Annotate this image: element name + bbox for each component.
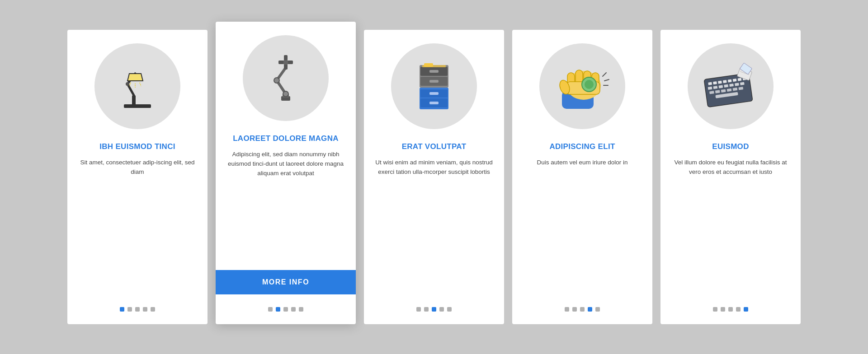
svg-line-43 — [604, 79, 609, 81]
svg-rect-46 — [708, 82, 712, 85]
svg-rect-58 — [729, 84, 734, 87]
svg-rect-31 — [422, 65, 446, 67]
dot-3-4 — [439, 307, 444, 312]
card-4: ADIPISCING ELIT Duis autem vel eum iriur… — [512, 30, 652, 324]
svg-rect-27 — [429, 92, 439, 95]
card-3-desc: Ut wisi enim ad minim veniam, quis nostr… — [375, 158, 493, 177]
card-5-icon-circle — [688, 43, 774, 129]
card-5-dots — [713, 307, 748, 312]
card-1-desc: Sit amet, consectetuer adip-iscing elit,… — [78, 158, 197, 177]
svg-rect-57 — [724, 84, 728, 88]
svg-rect-54 — [708, 87, 712, 90]
svg-line-8 — [140, 83, 141, 86]
svg-line-2 — [127, 84, 134, 95]
svg-rect-19 — [283, 60, 288, 65]
svg-rect-56 — [718, 85, 723, 88]
svg-rect-49 — [723, 80, 727, 83]
card-1-dots — [120, 307, 155, 312]
dot-4-1 — [565, 307, 569, 312]
dot-5-2 — [721, 307, 725, 312]
svg-rect-51 — [733, 79, 737, 82]
dot-3-1 — [416, 307, 421, 312]
dot-3-5 — [447, 307, 452, 312]
cards-container: IBH EUISMOD TINCI Sit amet, consectetuer… — [40, 12, 828, 342]
card-3-title: ERAT VOLUTPAT — [402, 142, 467, 152]
card-5-title: EUISMOD — [712, 142, 749, 152]
keyboard-icon — [701, 61, 760, 111]
dot-5-5 — [744, 307, 748, 312]
svg-point-41 — [585, 80, 594, 89]
svg-rect-55 — [713, 86, 718, 89]
dot-5-3 — [728, 307, 733, 312]
svg-rect-15 — [284, 55, 288, 61]
svg-rect-60 — [740, 82, 745, 85]
monitor-arm-icon — [256, 49, 315, 107]
dot-4-5 — [595, 307, 600, 312]
desk-lamp-icon — [110, 59, 165, 113]
dot-3-3 — [432, 307, 436, 312]
card-2: LAOREET DOLORE MAGNA Adipiscing elit, se… — [216, 22, 356, 324]
svg-marker-5 — [127, 74, 143, 81]
card-2-title: LAOREET DOLORE MAGNA — [233, 134, 339, 144]
dot-2-2 — [276, 307, 280, 312]
dot-2-5 — [299, 307, 303, 312]
card-4-desc: Duis autem vel eum iriure dolor in — [537, 158, 627, 168]
svg-point-13 — [274, 78, 279, 83]
card-3-icon-circle — [391, 43, 477, 129]
svg-rect-17 — [278, 61, 284, 64]
file-cabinet-icon — [407, 57, 461, 116]
svg-rect-24 — [429, 80, 439, 83]
svg-rect-22 — [429, 70, 439, 73]
dot-4-3 — [580, 307, 585, 312]
svg-rect-18 — [288, 61, 293, 64]
dot-2-1 — [268, 307, 273, 312]
svg-point-4 — [126, 82, 129, 86]
dot-4-2 — [572, 307, 577, 312]
dot-3-2 — [424, 307, 429, 312]
svg-rect-16 — [284, 64, 288, 70]
card-2-dots — [268, 307, 303, 312]
dot-1-2 — [127, 307, 132, 312]
card-1-icon-circle — [94, 43, 180, 129]
dot-5-1 — [713, 307, 717, 312]
card-1-title: IBH EUISMOD TINCI — [99, 142, 175, 152]
svg-point-14 — [283, 91, 288, 97]
card-3: ERAT VOLUTPAT Ut wisi enim ad minim veni… — [364, 30, 504, 324]
dot-1-4 — [143, 307, 147, 312]
card-4-title: ADIPISCING ELIT — [549, 142, 615, 152]
svg-rect-48 — [718, 81, 722, 84]
dot-2-3 — [283, 307, 288, 312]
svg-rect-52 — [738, 78, 742, 81]
svg-rect-1 — [132, 95, 136, 105]
card-4-dots — [565, 307, 600, 312]
svg-rect-29 — [429, 102, 439, 104]
dot-1-1 — [120, 307, 124, 312]
card-1: IBH EUISMOD TINCI Sit amet, consectetuer… — [67, 30, 208, 324]
svg-rect-50 — [728, 79, 732, 83]
dot-4-4 — [588, 307, 592, 312]
svg-rect-47 — [713, 81, 717, 84]
card-4-icon-circle — [539, 43, 625, 129]
dot-2-4 — [291, 307, 296, 312]
card-3-dots — [416, 307, 452, 312]
card-2-desc: Adipiscing elit, sed diam nonummy nibh e… — [226, 150, 345, 178]
fist-icon — [553, 59, 612, 113]
dot-5-4 — [736, 307, 741, 312]
more-info-button[interactable]: MORE INFO — [216, 270, 356, 294]
card-5-desc: Vel illum dolore eu feugiat nulla facili… — [671, 158, 790, 177]
card-2-icon-circle — [243, 35, 329, 121]
card-5: EUISMOD Vel illum dolore eu feugiat null… — [660, 30, 801, 324]
svg-rect-59 — [735, 83, 739, 86]
dot-1-3 — [135, 307, 140, 312]
dot-1-5 — [151, 307, 155, 312]
svg-line-42 — [603, 73, 606, 76]
svg-rect-0 — [124, 104, 151, 108]
